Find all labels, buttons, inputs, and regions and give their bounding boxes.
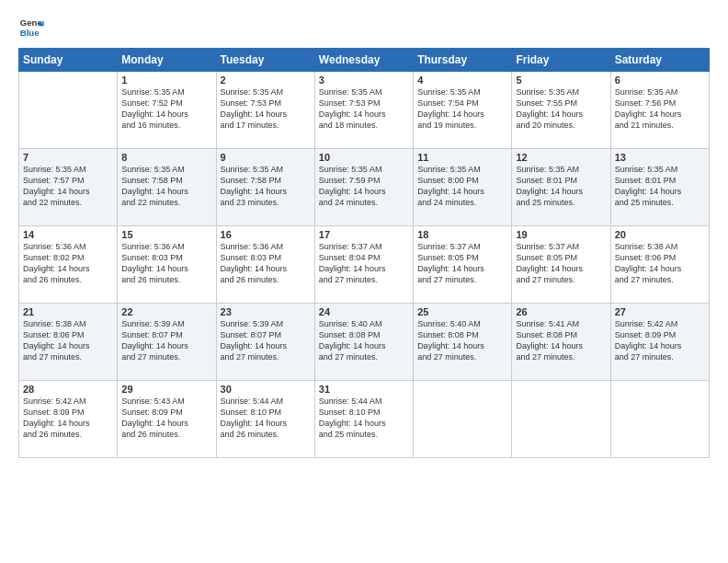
day-number: 7 (23, 152, 113, 163)
weekday-header-friday: Friday (512, 49, 610, 72)
day-number: 22 (121, 306, 211, 317)
calendar-cell: 8Sunrise: 5:35 AM Sunset: 7:58 PM Daylig… (118, 149, 216, 226)
calendar-cell: 3Sunrise: 5:35 AM Sunset: 7:53 PM Daylig… (314, 72, 413, 149)
day-info: Sunrise: 5:35 AM Sunset: 7:59 PM Dayligh… (319, 164, 409, 209)
day-number: 2 (221, 75, 311, 86)
calendar-cell: 4Sunrise: 5:35 AM Sunset: 7:54 PM Daylig… (414, 72, 512, 149)
calendar-cell: 27Sunrise: 5:42 AM Sunset: 8:09 PM Dayli… (610, 304, 709, 381)
day-info: Sunrise: 5:35 AM Sunset: 7:55 PM Dayligh… (516, 86, 606, 132)
day-info: Sunrise: 5:40 AM Sunset: 8:08 PM Dayligh… (417, 318, 507, 363)
day-number: 18 (417, 229, 507, 240)
day-info: Sunrise: 5:44 AM Sunset: 8:10 PM Dayligh… (221, 396, 311, 441)
week-row-4: 21Sunrise: 5:38 AM Sunset: 8:06 PM Dayli… (19, 304, 710, 381)
calendar-cell: 10Sunrise: 5:35 AM Sunset: 7:59 PM Dayli… (314, 149, 413, 226)
calendar-cell: 16Sunrise: 5:36 AM Sunset: 8:03 PM Dayli… (216, 226, 314, 304)
day-info: Sunrise: 5:38 AM Sunset: 8:06 PM Dayligh… (615, 241, 705, 286)
day-info: Sunrise: 5:36 AM Sunset: 8:03 PM Dayligh… (121, 241, 211, 286)
day-number: 10 (319, 152, 409, 163)
day-info: Sunrise: 5:35 AM Sunset: 7:58 PM Dayligh… (221, 164, 311, 209)
day-number: 31 (319, 384, 409, 395)
day-info: Sunrise: 5:36 AM Sunset: 8:03 PM Dayligh… (221, 241, 311, 286)
calendar-page: General Blue SundayMondayTuesdayWednesda… (0, 0, 728, 563)
weekday-header-thursday: Thursday (414, 49, 512, 72)
day-info: Sunrise: 5:42 AM Sunset: 8:09 PM Dayligh… (23, 396, 113, 441)
day-info: Sunrise: 5:35 AM Sunset: 8:01 PM Dayligh… (516, 164, 606, 209)
day-info: Sunrise: 5:35 AM Sunset: 7:58 PM Dayligh… (121, 164, 211, 209)
weekday-header-tuesday: Tuesday (216, 49, 314, 72)
day-number: 19 (516, 229, 606, 240)
day-number: 27 (615, 306, 705, 317)
day-info: Sunrise: 5:35 AM Sunset: 7:57 PM Dayligh… (23, 164, 113, 209)
calendar-cell: 20Sunrise: 5:38 AM Sunset: 8:06 PM Dayli… (610, 226, 709, 304)
logo: General Blue (18, 15, 44, 40)
day-number: 9 (221, 152, 311, 163)
day-info: Sunrise: 5:42 AM Sunset: 8:09 PM Dayligh… (615, 318, 705, 363)
logo-icon: General Blue (18, 15, 44, 40)
calendar-cell (512, 381, 610, 458)
calendar-cell (610, 381, 709, 458)
day-number: 6 (615, 75, 705, 86)
svg-text:Blue: Blue (20, 28, 40, 38)
calendar-cell: 6Sunrise: 5:35 AM Sunset: 7:56 PM Daylig… (610, 72, 709, 149)
calendar-cell: 24Sunrise: 5:40 AM Sunset: 8:08 PM Dayli… (314, 304, 413, 381)
calendar-cell: 14Sunrise: 5:36 AM Sunset: 8:02 PM Dayli… (19, 226, 118, 304)
weekday-header-wednesday: Wednesday (314, 49, 413, 72)
day-info: Sunrise: 5:41 AM Sunset: 8:08 PM Dayligh… (516, 318, 606, 363)
calendar-cell: 31Sunrise: 5:44 AM Sunset: 8:10 PM Dayli… (314, 381, 413, 458)
calendar-cell: 23Sunrise: 5:39 AM Sunset: 8:07 PM Dayli… (216, 304, 314, 381)
day-number: 23 (221, 306, 311, 317)
day-info: Sunrise: 5:39 AM Sunset: 8:07 PM Dayligh… (221, 318, 311, 363)
day-number: 30 (221, 384, 311, 395)
calendar-cell (19, 72, 118, 149)
day-info: Sunrise: 5:35 AM Sunset: 7:53 PM Dayligh… (319, 86, 409, 132)
week-row-3: 14Sunrise: 5:36 AM Sunset: 8:02 PM Dayli… (19, 226, 710, 304)
weekday-header-monday: Monday (118, 49, 216, 72)
calendar-cell: 1Sunrise: 5:35 AM Sunset: 7:52 PM Daylig… (118, 72, 216, 149)
calendar-cell: 19Sunrise: 5:37 AM Sunset: 8:05 PM Dayli… (512, 226, 610, 304)
day-info: Sunrise: 5:35 AM Sunset: 7:54 PM Dayligh… (417, 86, 507, 132)
weekday-header-sunday: Sunday (19, 49, 118, 72)
calendar-cell: 11Sunrise: 5:35 AM Sunset: 8:00 PM Dayli… (414, 149, 512, 226)
day-number: 15 (121, 229, 211, 240)
day-info: Sunrise: 5:38 AM Sunset: 8:06 PM Dayligh… (23, 318, 113, 363)
day-info: Sunrise: 5:37 AM Sunset: 8:05 PM Dayligh… (417, 241, 507, 286)
day-info: Sunrise: 5:40 AM Sunset: 8:08 PM Dayligh… (319, 318, 409, 363)
day-info: Sunrise: 5:35 AM Sunset: 8:01 PM Dayligh… (615, 164, 705, 209)
day-info: Sunrise: 5:35 AM Sunset: 7:56 PM Dayligh… (615, 86, 705, 132)
day-number: 26 (516, 306, 606, 317)
calendar-cell: 5Sunrise: 5:35 AM Sunset: 7:55 PM Daylig… (512, 72, 610, 149)
week-row-2: 7Sunrise: 5:35 AM Sunset: 7:57 PM Daylig… (19, 149, 710, 226)
weekday-header-row: SundayMondayTuesdayWednesdayThursdayFrid… (19, 49, 710, 72)
day-info: Sunrise: 5:37 AM Sunset: 8:05 PM Dayligh… (516, 241, 606, 286)
day-number: 17 (319, 229, 409, 240)
calendar-cell (414, 381, 512, 458)
calendar-cell: 13Sunrise: 5:35 AM Sunset: 8:01 PM Dayli… (610, 149, 709, 226)
day-number: 5 (516, 75, 606, 86)
calendar-cell: 15Sunrise: 5:36 AM Sunset: 8:03 PM Dayli… (118, 226, 216, 304)
day-info: Sunrise: 5:36 AM Sunset: 8:02 PM Dayligh… (23, 241, 113, 286)
day-number: 14 (23, 229, 113, 240)
day-number: 8 (121, 152, 211, 163)
day-info: Sunrise: 5:39 AM Sunset: 8:07 PM Dayligh… (121, 318, 211, 363)
day-number: 16 (221, 229, 311, 240)
day-info: Sunrise: 5:37 AM Sunset: 8:04 PM Dayligh… (319, 241, 409, 286)
calendar-cell: 12Sunrise: 5:35 AM Sunset: 8:01 PM Dayli… (512, 149, 610, 226)
calendar-cell: 28Sunrise: 5:42 AM Sunset: 8:09 PM Dayli… (19, 381, 118, 458)
calendar-cell: 26Sunrise: 5:41 AM Sunset: 8:08 PM Dayli… (512, 304, 610, 381)
calendar-cell: 9Sunrise: 5:35 AM Sunset: 7:58 PM Daylig… (216, 149, 314, 226)
day-number: 13 (615, 152, 705, 163)
day-number: 11 (417, 152, 507, 163)
calendar-cell: 21Sunrise: 5:38 AM Sunset: 8:06 PM Dayli… (19, 304, 118, 381)
calendar-cell: 7Sunrise: 5:35 AM Sunset: 7:57 PM Daylig… (19, 149, 118, 226)
calendar-cell: 22Sunrise: 5:39 AM Sunset: 8:07 PM Dayli… (118, 304, 216, 381)
calendar-cell: 29Sunrise: 5:43 AM Sunset: 8:09 PM Dayli… (118, 381, 216, 458)
day-number: 21 (23, 306, 113, 317)
day-number: 28 (23, 384, 113, 395)
header: General Blue (18, 15, 710, 40)
weekday-header-saturday: Saturday (610, 49, 709, 72)
day-info: Sunrise: 5:35 AM Sunset: 7:52 PM Dayligh… (121, 86, 211, 132)
day-number: 4 (417, 75, 507, 86)
day-number: 29 (121, 384, 211, 395)
day-info: Sunrise: 5:35 AM Sunset: 8:00 PM Dayligh… (417, 164, 507, 209)
calendar-cell: 18Sunrise: 5:37 AM Sunset: 8:05 PM Dayli… (414, 226, 512, 304)
